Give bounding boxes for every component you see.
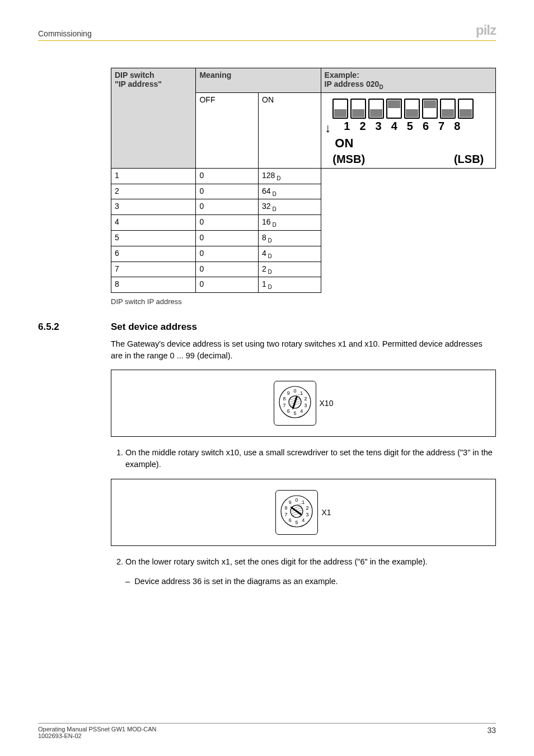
cell-off: 0 bbox=[196, 199, 259, 215]
table-row: 3032 D bbox=[111, 199, 496, 215]
figure-rotary-x10: 0123456789 X10 bbox=[111, 370, 496, 437]
section-intro: The Gateway's device address is set usin… bbox=[111, 338, 496, 362]
rotary-switch-x10: 0123456789 bbox=[274, 381, 316, 426]
svg-text:1: 1 bbox=[302, 500, 305, 505]
cell-switch: 2 bbox=[111, 184, 196, 199]
dip-slot bbox=[350, 99, 366, 119]
cell-switch: 6 bbox=[111, 246, 196, 262]
cell-switch: 8 bbox=[111, 277, 196, 293]
cell-switch: 5 bbox=[111, 230, 196, 246]
th-dip-switch: DIP switch bbox=[115, 71, 192, 80]
msb-label: (MSB) bbox=[332, 153, 365, 166]
cell-on: 2 D bbox=[259, 262, 321, 277]
col-on: ON bbox=[259, 92, 321, 168]
dip-slot bbox=[368, 99, 384, 119]
svg-text:4: 4 bbox=[300, 408, 303, 414]
th-ip-address: "IP address" bbox=[115, 80, 192, 88]
brand-logo: pilz bbox=[476, 22, 496, 38]
cell-switch: 3 bbox=[111, 199, 196, 215]
svg-text:1: 1 bbox=[300, 390, 303, 396]
lsb-label: (LSB) bbox=[454, 153, 484, 166]
page-footer: Operating Manual PSSnet GW1 MOD-CAN 1002… bbox=[38, 723, 496, 739]
svg-text:3: 3 bbox=[304, 403, 307, 408]
page-header: Commissioning pilz bbox=[38, 22, 496, 41]
dip-slot bbox=[458, 99, 474, 119]
svg-text:6: 6 bbox=[287, 408, 289, 414]
table-row: 801 D bbox=[111, 277, 496, 293]
dip-switch-table: DIP switch "IP address" Meaning Example:… bbox=[111, 68, 496, 293]
page-number: 33 bbox=[487, 726, 496, 739]
svg-text:0: 0 bbox=[296, 497, 298, 503]
cell-off: 0 bbox=[196, 184, 259, 199]
step-1: On the middle rotary switch x10, use a s… bbox=[125, 447, 496, 470]
table-row: 508 D bbox=[111, 230, 496, 246]
table-row: 604 D bbox=[111, 246, 496, 262]
cell-switch: 4 bbox=[111, 215, 196, 231]
cell-on: 4 D bbox=[259, 246, 321, 262]
rotary-x10-label: X10 bbox=[320, 399, 334, 408]
cell-off: 0 bbox=[196, 215, 259, 231]
cell-on: 1 D bbox=[259, 277, 321, 293]
section-number: 6.5.2 bbox=[38, 321, 111, 333]
col-off: OFF bbox=[196, 92, 259, 168]
svg-text:8: 8 bbox=[283, 396, 285, 402]
svg-text:9: 9 bbox=[289, 500, 292, 505]
svg-text:2: 2 bbox=[304, 396, 307, 402]
dip-slot bbox=[404, 99, 420, 119]
footer-line1: Operating Manual PSSnet GW1 MOD-CAN bbox=[38, 726, 157, 732]
cell-on: 16 D bbox=[259, 215, 321, 231]
footer-line2: 1002693-EN-02 bbox=[38, 732, 157, 739]
cell-on: 128 D bbox=[259, 168, 321, 184]
th-example-sub: D bbox=[379, 84, 383, 90]
svg-text:7: 7 bbox=[283, 403, 285, 408]
dip-slot bbox=[440, 99, 456, 119]
dip-on-label: ON bbox=[335, 136, 484, 151]
svg-text:7: 7 bbox=[285, 512, 288, 517]
table-row: 4016 D bbox=[111, 215, 496, 231]
cell-switch: 1 bbox=[111, 168, 196, 184]
dip-slot bbox=[386, 99, 402, 119]
svg-text:4: 4 bbox=[302, 517, 305, 523]
section-title: Set device address bbox=[111, 321, 197, 333]
th-example-value: IP address 020 bbox=[325, 80, 380, 88]
table-row: 702 D bbox=[111, 262, 496, 277]
cell-off: 0 bbox=[196, 262, 259, 277]
svg-text:8: 8 bbox=[285, 505, 288, 511]
svg-text:9: 9 bbox=[287, 390, 289, 396]
rotary-x1-label: X1 bbox=[321, 508, 331, 517]
cell-on: 64 D bbox=[259, 184, 321, 199]
dip-switch-graphic: ↓ 12345678 ON (MSB) (LSB) bbox=[332, 99, 484, 166]
cell-off: 0 bbox=[196, 168, 259, 184]
dip-slot bbox=[332, 99, 348, 119]
header-title: Commissioning bbox=[38, 29, 92, 38]
svg-line-31 bbox=[292, 508, 301, 514]
cell-off: 0 bbox=[196, 230, 259, 246]
svg-text:3: 3 bbox=[306, 512, 309, 517]
dip-slot bbox=[422, 99, 438, 119]
svg-text:6: 6 bbox=[289, 517, 292, 523]
step-2: On the lower rotary switch x1, set the o… bbox=[125, 556, 496, 568]
down-arrow-icon: ↓ bbox=[325, 121, 331, 136]
cell-off: 0 bbox=[196, 246, 259, 262]
table-row: 2064 D bbox=[111, 184, 496, 199]
cell-on: 8 D bbox=[259, 230, 321, 246]
dip-switch-example-cell: ↓ 12345678 ON (MSB) (LSB) bbox=[321, 92, 495, 168]
cell-off: 0 bbox=[196, 277, 259, 293]
figure-rotary-x1: 0123456789 X1 bbox=[111, 479, 496, 546]
svg-text:5: 5 bbox=[293, 410, 296, 416]
svg-text:2: 2 bbox=[306, 505, 309, 511]
svg-text:0: 0 bbox=[293, 388, 296, 394]
dip-switch-numbers: 12345678 bbox=[344, 120, 484, 133]
svg-text:5: 5 bbox=[296, 520, 298, 525]
table-row: 10128 D bbox=[111, 168, 496, 184]
cell-switch: 7 bbox=[111, 262, 196, 277]
step-2-sub: – Device address 36 is set in the diagra… bbox=[125, 576, 496, 587]
rotary-switch-x1: 0123456789 bbox=[275, 490, 318, 535]
th-example: Example: bbox=[325, 71, 492, 80]
cell-on: 32 D bbox=[259, 199, 321, 215]
th-meaning: Meaning bbox=[196, 68, 321, 93]
table-caption: DIP switch IP address bbox=[111, 297, 496, 306]
